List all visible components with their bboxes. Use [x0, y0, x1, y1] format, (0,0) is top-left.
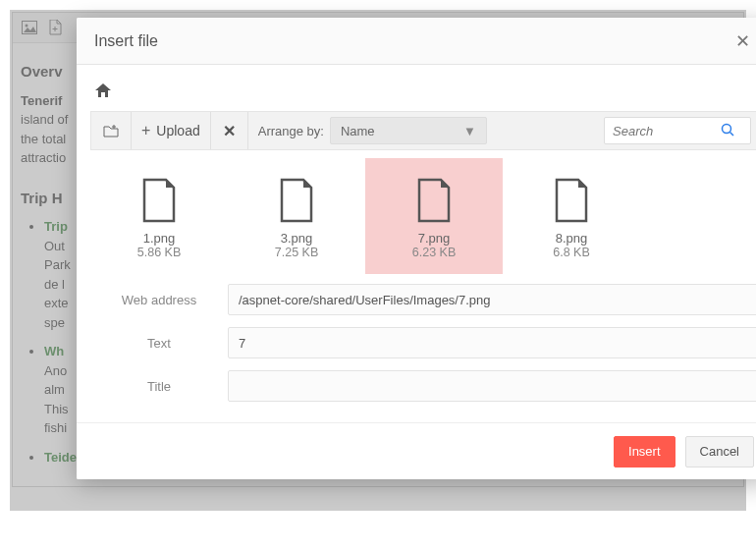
home-button[interactable]: [94, 85, 112, 101]
insert-file-modal: Insert file ✕ + Upload ✕ Arrange by: [77, 18, 756, 479]
home-icon: [94, 82, 112, 98]
file-tile[interactable]: 8.png6.8 KB: [503, 158, 640, 274]
file-size: 6.23 KB: [412, 246, 456, 259]
text-input[interactable]: [228, 327, 756, 358]
file-tile[interactable]: 1.png5.86 KB: [90, 158, 228, 274]
arrange-by-label: Arrange by:: [248, 112, 330, 149]
cancel-button[interactable]: Cancel: [685, 436, 754, 468]
search-box: [604, 117, 751, 144]
file-size: 7.25 KB: [275, 246, 318, 259]
close-button[interactable]: ✕: [730, 29, 754, 53]
file-size: 5.86 KB: [137, 246, 181, 259]
file-toolbar: + Upload ✕ Arrange by: Name ▼: [90, 111, 756, 150]
file-name: 1.png: [143, 231, 176, 246]
close-icon: ✕: [735, 30, 750, 52]
search-input[interactable]: [613, 124, 721, 138]
chevron-down-icon: ▼: [463, 124, 476, 138]
text-label: Text: [90, 336, 228, 351]
upload-button[interactable]: + Upload: [132, 112, 211, 149]
web-address-input[interactable]: [228, 284, 756, 315]
breadcrumb: [90, 79, 756, 111]
file-name: 8.png: [556, 231, 588, 246]
form-area: Web address Text Title: [90, 284, 756, 413]
web-address-label: Web address: [90, 293, 228, 307]
file-tile[interactable]: 7.png6.23 KB: [365, 158, 503, 274]
file-icon: [278, 178, 315, 223]
file-tile[interactable]: 3.png7.25 KB: [228, 158, 365, 274]
modal-title: Insert file: [94, 32, 158, 50]
upload-label: Upload: [156, 123, 199, 138]
modal-body: + Upload ✕ Arrange by: Name ▼: [77, 65, 756, 422]
title-input[interactable]: [228, 370, 756, 402]
clear-button[interactable]: ✕: [211, 112, 248, 149]
file-size: 6.8 KB: [553, 246, 590, 259]
svg-line-7: [730, 132, 734, 136]
svg-point-6: [723, 124, 731, 133]
file-name: 7.png: [418, 231, 451, 246]
arrange-by-value: Name: [341, 124, 375, 138]
plus-icon: +: [141, 122, 150, 139]
new-folder-button[interactable]: [91, 112, 132, 149]
files-grid: 1.png5.86 KB3.png7.25 KB7.png6.23 KB8.pn…: [90, 158, 756, 274]
arrange-by-select[interactable]: Name ▼: [330, 117, 487, 144]
file-name: 3.png: [281, 231, 313, 246]
file-icon: [553, 178, 590, 223]
modal-header: Insert file ✕: [77, 18, 756, 65]
modal-footer: Insert Cancel: [77, 422, 756, 479]
new-folder-icon: [103, 124, 119, 138]
insert-button[interactable]: Insert: [614, 436, 675, 468]
title-label: Title: [90, 379, 228, 394]
file-icon: [415, 178, 453, 223]
x-icon: ✕: [223, 122, 236, 140]
file-icon: [140, 178, 178, 223]
search-icon: [721, 123, 734, 139]
